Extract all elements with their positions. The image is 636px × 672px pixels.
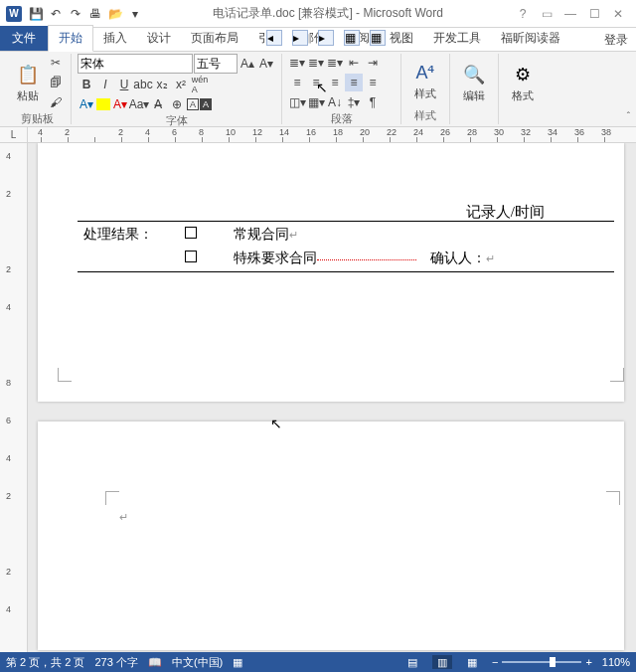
ruler-corner[interactable]: L xyxy=(0,127,28,143)
char-shading-button[interactable]: A xyxy=(200,98,212,110)
group-styles: A⁴ 样式 样式 xyxy=(401,54,450,124)
phonetic-button[interactable]: wénA xyxy=(191,76,209,93)
read-mode-button[interactable]: ▤ xyxy=(402,655,422,669)
overlay-icon: ▸ xyxy=(318,30,334,46)
qat-undo[interactable]: ↶ xyxy=(46,4,66,24)
app-icon: W xyxy=(6,6,22,22)
zoom-level[interactable]: 110% xyxy=(602,656,630,668)
qat-redo[interactable]: ↷ xyxy=(66,4,85,24)
spelling-underline xyxy=(317,258,416,260)
styles-label: 样式 xyxy=(414,86,436,101)
title-bar: W 💾 ↶ ↷ 🖶 📂 ▾ 电话记录单.doc [兼容模式] - Microso… xyxy=(0,0,636,28)
grow-font-icon[interactable]: A▴ xyxy=(238,55,256,73)
change-case-button[interactable]: Aa▾ xyxy=(130,95,148,113)
print-layout-button[interactable]: ▥ xyxy=(432,655,452,669)
copy-button[interactable]: 🗐 xyxy=(47,74,65,91)
tab-view[interactable]: 视图 xyxy=(380,26,423,51)
line-spacing-button[interactable]: ‡▾ xyxy=(345,93,363,111)
format-label: 格式 xyxy=(512,88,534,103)
qat-print-preview[interactable]: 🖶 xyxy=(85,4,105,24)
tab-insert[interactable]: 插入 xyxy=(93,26,137,51)
checkbox-icon[interactable] xyxy=(185,251,197,262)
font-name-combo[interactable] xyxy=(78,54,193,74)
superscript-button[interactable]: x² xyxy=(172,76,190,93)
group-label-format xyxy=(505,111,541,124)
vertical-ruler[interactable]: 4224864224 xyxy=(0,143,28,652)
increase-indent-button[interactable]: ⇥ xyxy=(364,54,382,72)
page-corner-icon xyxy=(105,491,119,505)
decrease-indent-button[interactable]: ⇤ xyxy=(345,54,363,72)
status-word-count[interactable]: 273 个字 xyxy=(94,655,137,670)
editing-button[interactable]: 🔍 编辑 xyxy=(456,61,492,105)
maximize-button[interactable]: ☐ xyxy=(582,4,606,24)
find-icon: 🔍 xyxy=(460,63,488,86)
qat-open[interactable]: 📂 xyxy=(105,4,125,24)
qat-customize[interactable]: ▾ xyxy=(125,4,145,24)
shading-button[interactable]: ◫▾ xyxy=(288,93,306,111)
text-effects-button[interactable]: A▾ xyxy=(78,95,95,113)
numbering-button[interactable]: ≣▾ xyxy=(307,54,325,72)
multilevel-button[interactable]: ≣▾ xyxy=(326,54,344,72)
recorder-time-label: 记录人/时间 xyxy=(466,203,545,222)
cut-button[interactable]: ✂ xyxy=(47,54,65,72)
ribbon-display-options[interactable]: ▭ xyxy=(535,4,558,24)
tab-layout[interactable]: 页面布局 xyxy=(181,26,248,51)
status-page[interactable]: 第 2 页，共 2 页 xyxy=(6,655,84,670)
styles-button[interactable]: A⁴ 样式 xyxy=(407,59,443,103)
status-language[interactable]: 中文(中国) xyxy=(172,655,223,670)
format-painter-button[interactable]: 🖌 xyxy=(47,93,65,111)
tab-developer[interactable]: 开发工具 xyxy=(423,26,491,51)
page-1: 记录人/时间 处理结果： 常规合同↵ 特殊要求合同 确认人：↵ xyxy=(38,143,624,402)
show-marks-button[interactable]: ¶ xyxy=(364,93,382,111)
font-color-button[interactable]: A▾ xyxy=(111,95,129,113)
highlight-button[interactable] xyxy=(96,98,110,110)
char-border-button[interactable]: A xyxy=(187,98,199,110)
clear-formatting-button[interactable]: A̶ xyxy=(149,95,167,113)
justify-button[interactable]: ≡ xyxy=(345,74,363,91)
italic-button[interactable]: I xyxy=(96,76,114,93)
align-left-button[interactable]: ≡ xyxy=(288,74,306,91)
tab-file[interactable]: 文件 xyxy=(0,26,48,51)
bullets-button[interactable]: ≣▾ xyxy=(288,54,306,72)
zoom-out-button[interactable]: − xyxy=(492,656,498,668)
styles-icon: A⁴ xyxy=(411,61,439,84)
align-center-button[interactable]: ≡ xyxy=(307,74,325,91)
align-right-button[interactable]: ≡ xyxy=(326,74,344,91)
strikethrough-button[interactable]: abc xyxy=(134,76,152,93)
checkbox-icon[interactable] xyxy=(185,227,197,239)
format-button[interactable]: ⚙ 格式 xyxy=(505,61,541,105)
zoom-in-button[interactable]: + xyxy=(585,656,591,668)
page-corner-icon xyxy=(606,491,620,505)
document-area[interactable]: 记录人/时间 处理结果： 常规合同↵ 特殊要求合同 确认人：↵ ↵ xyxy=(28,143,636,652)
paste-button[interactable]: 📋 粘贴 xyxy=(10,61,46,105)
zoom-thumb[interactable] xyxy=(550,657,556,667)
tab-design[interactable]: 设计 xyxy=(137,26,181,51)
paragraph-mark-icon: ↵ xyxy=(119,511,128,524)
horizontal-ruler[interactable]: 422468101214161820222426283032343638 xyxy=(28,127,636,143)
collapse-ribbon-icon[interactable]: ˆ xyxy=(627,111,630,122)
tab-home[interactable]: 开始 xyxy=(48,25,93,52)
underline-button[interactable]: U xyxy=(115,76,133,93)
zoom-track[interactable] xyxy=(502,661,581,663)
distribute-button[interactable]: ≡ xyxy=(364,74,382,91)
borders-button[interactable]: ▦▾ xyxy=(307,93,325,111)
overlay-icon: ▸ xyxy=(292,30,308,46)
close-button[interactable]: ✕ xyxy=(606,4,630,24)
sort-button[interactable]: A↓ xyxy=(326,93,344,111)
minimize-button[interactable]: — xyxy=(558,4,582,24)
proofing-icon[interactable]: 📖 xyxy=(148,656,162,669)
group-format: ⚙ 格式 xyxy=(499,54,547,124)
qat-save[interactable]: 💾 xyxy=(26,4,46,24)
zoom-slider[interactable]: − + xyxy=(492,656,592,668)
login-link[interactable]: 登录 xyxy=(604,32,628,49)
shrink-font-icon[interactable]: A▾ xyxy=(257,55,275,73)
enclose-char-button[interactable]: ⊕ xyxy=(168,95,186,113)
tab-foxit[interactable]: 福昕阅读器 xyxy=(491,26,570,51)
bold-button[interactable]: B xyxy=(78,76,95,93)
subscript-button[interactable]: x₂ xyxy=(153,76,171,93)
help-button[interactable]: ? xyxy=(511,4,535,24)
window-title: 电话记录单.doc [兼容模式] - Microsoft Word xyxy=(145,5,511,22)
web-layout-button[interactable]: ▦ xyxy=(462,655,482,669)
macro-icon[interactable]: ▦ xyxy=(233,656,242,669)
font-size-combo[interactable] xyxy=(194,54,238,74)
